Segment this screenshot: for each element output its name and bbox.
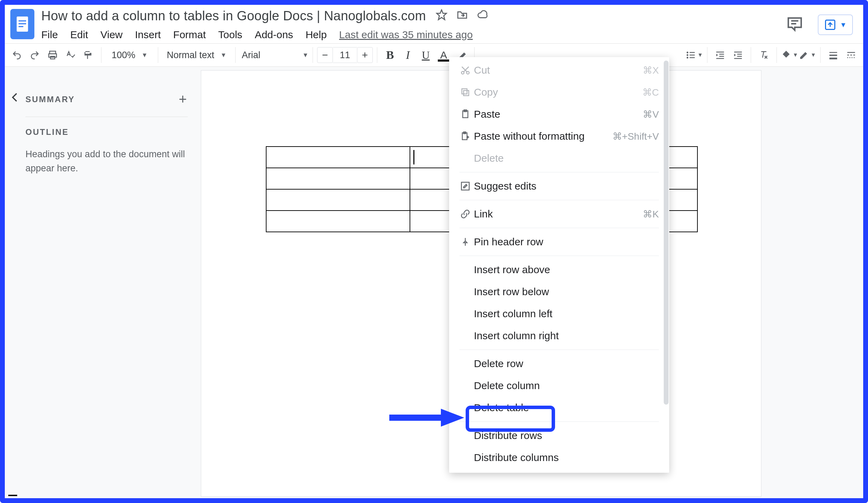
menu-help[interactable]: Help [306, 29, 327, 41]
menu-view[interactable]: View [101, 29, 122, 41]
last-edit-link[interactable]: Last edit was 35 minutes ago [339, 29, 473, 41]
menu-file[interactable]: File [41, 29, 58, 41]
svg-rect-16 [690, 57, 695, 58]
cm-suggest-edits[interactable]: Suggest edits [449, 175, 669, 197]
svg-rect-30 [847, 52, 855, 53]
paragraph-style-select[interactable]: Normal text▼ [162, 47, 231, 64]
svg-point-11 [687, 52, 689, 53]
context-menu: Cut⌘X Copy⌘C Paste⌘V Paste without forma… [449, 57, 669, 473]
cm-insert-row-above[interactable]: Insert row above [449, 259, 669, 281]
cm-delete-row[interactable]: Delete row [449, 353, 669, 375]
document-title[interactable]: How to add a column to tables in Google … [41, 9, 426, 23]
paste-plain-icon [457, 131, 474, 141]
clear-formatting-button[interactable] [755, 47, 772, 64]
cm-insert-column-right[interactable]: Insert column right [449, 325, 669, 347]
svg-rect-20 [716, 58, 724, 59]
underline-button[interactable]: U [417, 47, 434, 64]
star-icon[interactable] [436, 9, 447, 23]
svg-rect-12 [690, 52, 695, 53]
title-bar: How to add a column to tables in Google … [5, 5, 863, 43]
menu-insert[interactable]: Insert [135, 29, 161, 41]
svg-rect-22 [737, 54, 742, 55]
cm-link[interactable]: Link⌘K [449, 203, 669, 225]
font-family-select[interactable]: Arial▼ [240, 47, 309, 64]
menu-edit[interactable]: Edit [70, 29, 88, 41]
text-cursor [413, 150, 414, 164]
cm-delete: Delete [449, 147, 669, 169]
svg-rect-1 [19, 20, 26, 21]
svg-rect-41 [462, 89, 467, 94]
svg-point-39 [467, 72, 469, 74]
svg-point-38 [462, 72, 464, 74]
fill-color-button[interactable]: ▼ [781, 47, 798, 64]
context-menu-scrollbar[interactable] [664, 61, 669, 411]
menu-bar: File Edit View Insert Format Tools Add-o… [41, 26, 786, 43]
paint-format-button[interactable] [80, 47, 97, 64]
outline-panel: SUMMARY + OUTLINE Headings you add to th… [25, 67, 197, 498]
svg-rect-29 [829, 58, 837, 60]
border-color-button[interactable]: ▼ [799, 47, 816, 64]
svg-rect-3 [19, 26, 23, 27]
border-style-button[interactable] [843, 47, 860, 64]
svg-marker-4 [436, 10, 446, 19]
svg-rect-35 [849, 57, 850, 58]
outline-empty-text: Headings you add to the document will ap… [25, 147, 188, 175]
bold-button[interactable]: B [381, 47, 399, 64]
menu-format[interactable]: Format [173, 29, 206, 41]
spellcheck-button[interactable] [62, 47, 79, 64]
svg-rect-32 [850, 55, 852, 56]
font-size-input[interactable]: 11 [333, 47, 357, 63]
svg-rect-27 [829, 52, 837, 53]
cm-paste[interactable]: Paste⌘V [449, 103, 669, 125]
menu-addons[interactable]: Add-ons [255, 29, 293, 41]
zoom-select[interactable]: 100%▼ [106, 47, 154, 64]
toolbar: 100%▼ Normal text▼ Arial▼ − 11 + B I U A… [5, 43, 863, 67]
cm-insert-row-below[interactable]: Insert row below [449, 281, 669, 303]
move-to-folder-icon[interactable] [456, 9, 468, 23]
cm-delete-table[interactable]: Delete table [449, 397, 669, 419]
cm-delete-column[interactable]: Delete column [449, 375, 669, 397]
svg-rect-19 [720, 56, 724, 57]
cm-paste-without-formatting[interactable]: Paste without formatting⌘+Shift+V [449, 125, 669, 147]
pin-icon [457, 237, 474, 247]
font-size-decrease[interactable]: − [317, 47, 333, 63]
svg-rect-34 [847, 57, 848, 58]
svg-rect-2 [19, 23, 26, 24]
add-summary-button[interactable]: + [179, 92, 188, 107]
cm-pin-header-row[interactable]: Pin header row [449, 231, 669, 253]
svg-rect-18 [720, 54, 724, 55]
cm-insert-column-left[interactable]: Insert column left [449, 303, 669, 325]
decrease-indent-button[interactable] [712, 47, 729, 64]
cm-copy: Copy⌘C [449, 81, 669, 103]
menu-tools[interactable]: Tools [218, 29, 242, 41]
svg-rect-33 [853, 55, 855, 56]
cm-distribute-rows[interactable]: Distribute rows [449, 424, 669, 446]
share-button[interactable]: ▼ [818, 14, 853, 35]
undo-button[interactable] [8, 47, 25, 64]
summary-heading: SUMMARY [25, 95, 75, 104]
cm-distribute-columns[interactable]: Distribute columns [449, 446, 669, 469]
svg-rect-24 [734, 58, 742, 59]
hide-outline-icon[interactable] [9, 92, 21, 498]
border-width-button[interactable] [825, 47, 842, 64]
docs-logo-icon[interactable] [10, 9, 34, 39]
bulleted-list-button[interactable]: ▼ [686, 47, 703, 64]
italic-button[interactable]: I [399, 47, 416, 64]
increase-indent-button[interactable] [730, 47, 747, 64]
cloud-status-icon[interactable] [477, 9, 489, 23]
cm-cut: Cut⌘X [449, 59, 669, 81]
svg-rect-46 [462, 182, 469, 190]
outline-heading: OUTLINE [25, 127, 188, 147]
svg-rect-14 [690, 55, 695, 56]
cut-icon [457, 65, 474, 75]
svg-point-13 [687, 54, 689, 56]
redo-button[interactable] [26, 47, 43, 64]
font-size-increase[interactable]: + [357, 47, 373, 63]
print-button[interactable] [44, 47, 61, 64]
svg-rect-36 [851, 57, 852, 58]
open-comments-icon[interactable] [786, 15, 803, 35]
link-icon [457, 209, 474, 219]
svg-rect-40 [464, 91, 469, 96]
svg-rect-31 [847, 55, 849, 56]
suggest-icon [457, 181, 474, 191]
